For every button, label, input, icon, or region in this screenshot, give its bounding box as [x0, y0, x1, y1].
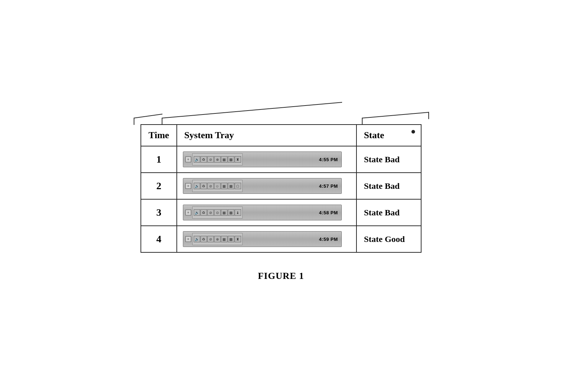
row-state: State Bad [356, 146, 421, 173]
tray-icon-doc: ▩ [228, 236, 234, 242]
tray-icon-lock: ♝ [235, 209, 241, 216]
header-state: State [356, 125, 421, 146]
tray-icon-group: 🔊 ♻ ⊘ ⊙ ▦ ▩ ♝ [192, 206, 243, 219]
table-row: 1 ≡ 🔊 ♻ ⊘ ⊕ ▦ [141, 146, 421, 173]
tray-icon-screen: ▦ [221, 156, 227, 163]
row-number: 2 [141, 173, 176, 199]
tray-icon-group: 🔊 ♻ ⊘ ⊕ ▦ ▩ ♜ [192, 153, 243, 165]
skew-mid [162, 102, 342, 125]
tray-icon-sync: ♻ [201, 209, 207, 216]
row-tray: ≡ 🔊 ♻ ⊘ ⊙ ▦ ▩ ♝ 4:58 PM [177, 199, 356, 226]
tray-icon-doc: ▩ [228, 209, 234, 216]
row-tray: ≡ 🔊 ♻ ⊘ ⊕ ▦ ▩ ♜ 4:59 PM [177, 226, 356, 252]
table-row: 4 ≡ 🔊 ♻ ⊘ ⊕ ▦ [141, 226, 421, 252]
tray-icon-sync: ♻ [201, 236, 207, 242]
tray-icon-doc: ▩ [228, 183, 234, 189]
tray-icon-volume: 🔊 [194, 209, 200, 216]
tray-icon-lock: ☖ [235, 183, 241, 189]
tray-icon-volume: 🔊 [194, 183, 200, 189]
tray-icon-screen: ▦ [221, 236, 227, 242]
tray-icon-clock: ⊕ [214, 236, 221, 242]
tray-icon-volume: 🔊 [194, 156, 200, 163]
tray-screenshot: ≡ 🔊 ♻ ⊘ ⊕ ▦ ▩ ♜ 4:59 PM [183, 231, 342, 247]
tray-icon-clock: ⊕ [214, 156, 221, 163]
tray-inner: ≡ 🔊 ♻ ⊘ ⊙ ▦ ▩ ♝ 4:58 PM [185, 206, 340, 219]
tray-icon-doc: ▩ [228, 156, 234, 163]
row-tray: ≡ 🔊 ♻ ⊘ ☺ ▦ ▩ ☖ 4:57 PM [177, 173, 356, 199]
tray-icon-block: ⊘ [207, 156, 214, 163]
main-table: Time System Tray State 1 [140, 124, 421, 253]
skew-left [134, 114, 162, 125]
page-container: Time System Tray State 1 [134, 96, 428, 296]
tray-icon-lock: ♜ [235, 156, 241, 163]
tray-icon-block: ⊘ [207, 183, 214, 189]
tray-icon-group: 🔊 ♻ ⊘ ☺ ▦ ▩ ☖ [192, 180, 243, 192]
tray-icon-screen: ▦ [221, 183, 227, 189]
tray-icon-clock: ☺ [214, 183, 221, 189]
tray-icon-volume: 🔊 [194, 236, 200, 242]
tray-small-icon: ≡ [185, 157, 191, 162]
tray-inner: ≡ 🔊 ♻ ⊘ ⊕ ▦ ▩ ♜ 4:55 PM [185, 153, 340, 165]
tray-icon-block: ⊘ [207, 236, 214, 242]
table-wrapper: Time System Tray State 1 [140, 124, 421, 253]
tray-small-icon: ≡ [185, 183, 191, 189]
header-row: Time System Tray State [141, 125, 421, 146]
figure-caption: FIGURE 1 [258, 271, 304, 281]
state-dot-decoration [411, 130, 415, 134]
header-time: Time [141, 125, 176, 146]
tray-inner: ≡ 🔊 ♻ ⊘ ☺ ▦ ▩ ☖ 4:57 PM [185, 180, 340, 192]
tray-icon-group: 🔊 ♻ ⊘ ⊕ ▦ ▩ ♜ [192, 233, 243, 245]
tray-time: 4:58 PM [319, 210, 340, 215]
tray-icon-block: ⊘ [207, 209, 214, 216]
row-number: 4 [141, 226, 176, 252]
tray-screenshot: ≡ 🔊 ♻ ⊘ ☺ ▦ ▩ ☖ 4:57 PM [183, 178, 342, 194]
tray-screenshot: ≡ 🔊 ♻ ⊘ ⊕ ▦ ▩ ♜ 4:55 PM [183, 151, 342, 167]
row-tray: ≡ 🔊 ♻ ⊘ ⊕ ▦ ▩ ♜ 4:55 PM [177, 146, 356, 173]
table-top-decoration [134, 118, 428, 125]
skew-right [362, 112, 429, 125]
tray-icon-sync: ♻ [201, 156, 207, 163]
tray-icon-clock: ⊙ [214, 209, 221, 216]
tray-icon-lock: ♜ [235, 236, 241, 242]
row-state: State Bad [356, 199, 421, 226]
row-number: 1 [141, 146, 176, 173]
tray-inner: ≡ 🔊 ♻ ⊘ ⊕ ▦ ▩ ♜ 4:59 PM [185, 233, 340, 245]
table-row: 2 ≡ 🔊 ♻ ⊘ ☺ ▦ [141, 173, 421, 199]
tray-icon-screen: ▦ [221, 209, 227, 216]
tray-time: 4:55 PM [319, 157, 340, 162]
row-state: State Good [356, 226, 421, 252]
tray-small-icon: ≡ [185, 236, 191, 242]
tray-time: 4:57 PM [319, 183, 340, 189]
tray-time: 4:59 PM [319, 237, 340, 242]
tray-small-icon: ≡ [185, 210, 191, 215]
tray-icon-sync: ♻ [201, 183, 207, 189]
tray-screenshot: ≡ 🔊 ♻ ⊘ ⊙ ▦ ▩ ♝ 4:58 PM [183, 205, 342, 220]
row-number: 3 [141, 199, 176, 226]
row-state: State Bad [356, 173, 421, 199]
header-system-tray: System Tray [177, 125, 356, 146]
table-row: 3 ≡ 🔊 ♻ ⊘ ⊙ ▦ [141, 199, 421, 226]
